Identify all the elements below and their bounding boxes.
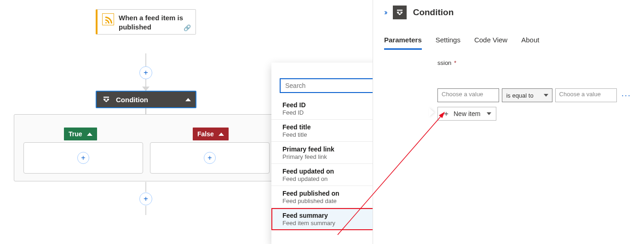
tab-parameters[interactable]: Parameters	[384, 33, 422, 50]
add-action-false-button[interactable]: +	[204, 152, 216, 164]
expression-field-label: ssion *	[437, 59, 633, 66]
panel-tabs: Parameters Settings Code View About	[384, 33, 633, 50]
more-options-button[interactable]: ···	[620, 91, 633, 100]
plus-icon: ＋	[443, 109, 450, 119]
condition-icon	[101, 94, 111, 105]
add-step-button[interactable]: +	[139, 66, 152, 79]
trigger-card[interactable]: When a feed item is published 🔗	[96, 9, 196, 35]
chevron-up-icon	[185, 98, 191, 101]
false-branch-header[interactable]: False	[193, 128, 229, 140]
true-label: True	[69, 130, 82, 138]
add-action-true-button[interactable]: +	[77, 152, 89, 164]
tab-settings[interactable]: Settings	[436, 33, 460, 50]
true-branch-box: +	[23, 142, 143, 174]
true-branch-header[interactable]: True	[64, 128, 97, 140]
condition-title: Condition	[116, 96, 181, 104]
panel-title: Condition	[413, 7, 454, 17]
rss-icon	[102, 13, 114, 25]
connector-line	[145, 206, 146, 215]
condition-operator-select[interactable]: is equal to	[502, 88, 552, 102]
collapse-panel-button[interactable]: ››	[384, 8, 386, 17]
link-icon: 🔗	[184, 24, 191, 31]
condition-right-input[interactable]: Choose a value	[555, 88, 617, 102]
false-label: False	[197, 130, 214, 138]
chevron-up-icon	[87, 133, 92, 136]
connector-line	[145, 182, 146, 192]
tab-about[interactable]: About	[521, 33, 539, 50]
chevron-up-icon	[218, 133, 224, 136]
operator-label: is equal to	[506, 92, 533, 99]
new-item-label: New item	[454, 110, 480, 117]
chevron-down-icon	[487, 112, 491, 115]
condition-branches-container: True False + +	[14, 114, 278, 181]
chevron-down-icon	[544, 94, 548, 97]
add-step-button[interactable]: +	[139, 192, 152, 205]
condition-icon	[393, 6, 407, 19]
new-item-button[interactable]: ＋ New item	[437, 107, 496, 121]
properties-panel: ›› Condition Parameters Settings Code Vi…	[373, 0, 644, 244]
tab-code-view[interactable]: Code View	[474, 33, 507, 50]
popup-pointer	[429, 108, 434, 117]
trigger-title: When a feed item is published	[119, 13, 191, 31]
condition-left-input[interactable]: Choose a value	[437, 88, 499, 102]
false-branch-box: +	[150, 142, 270, 174]
condition-card[interactable]: Condition	[96, 91, 196, 108]
required-indicator: *	[454, 59, 456, 66]
